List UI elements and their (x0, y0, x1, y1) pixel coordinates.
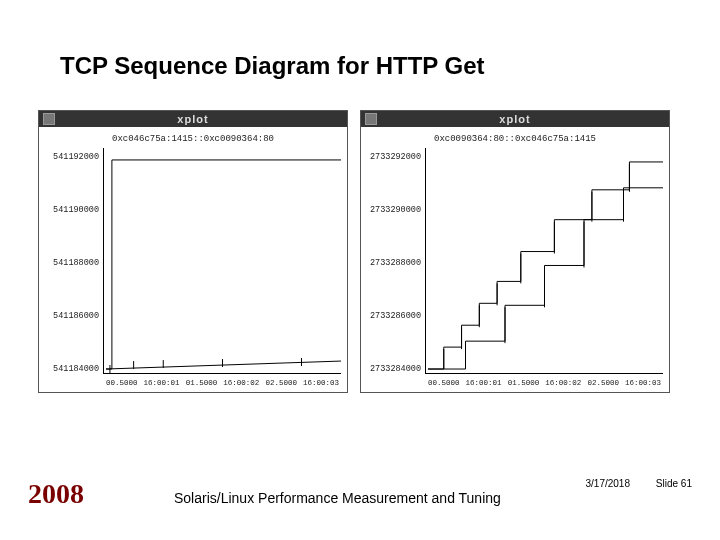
x-tick: 02.5000 (265, 379, 297, 387)
y-tick: 2733290000 (370, 205, 421, 215)
x-tick: 01.5000 (508, 379, 540, 387)
y-tick: 2733284000 (370, 364, 421, 374)
app-name: xplot (499, 113, 530, 125)
footer-date: 3/17/2018 (586, 478, 631, 489)
system-menu-icon[interactable] (365, 113, 377, 125)
page-title: TCP Sequence Diagram for HTTP Get (60, 52, 485, 80)
x-tick: 16:00:01 (144, 379, 180, 387)
plot-canvas-left: 00.5000 16:00:01 01.5000 16:00:02 02.500… (103, 148, 341, 374)
footer-year: 2008 (28, 478, 84, 510)
x-tick: 02.5000 (587, 379, 619, 387)
x-tick: 01.5000 (186, 379, 218, 387)
plot-canvas-right: 00.5000 16:00:01 01.5000 16:00:02 02.500… (425, 148, 663, 374)
titlebar-right: xplot (361, 111, 669, 127)
sequence-plot-right (426, 148, 663, 373)
sequence-plot-left (104, 148, 341, 373)
y-tick: 541186000 (53, 311, 99, 321)
plot-body-right: 0xc0090364:80::0xc046c75a:1415 273329200… (361, 127, 669, 392)
x-tick: 16:00:02 (223, 379, 259, 387)
plot-window-left: xplot 0xc046c75a:1415::0xc0090364:80 541… (38, 110, 348, 393)
app-name: xplot (177, 113, 208, 125)
y-tick: 2733288000 (370, 258, 421, 268)
footer: 2008 Solaris/Linux Performance Measureme… (0, 478, 720, 510)
titlebar-left: xplot (39, 111, 347, 127)
y-tick: 541184000 (53, 364, 99, 374)
y-tick: 541188000 (53, 258, 99, 268)
x-axis-right: 00.5000 16:00:01 01.5000 16:00:02 02.500… (426, 377, 663, 387)
footer-subtitle: Solaris/Linux Performance Measurement an… (174, 490, 501, 506)
y-axis-right: 2733292000 2733290000 2733288000 2733286… (367, 148, 425, 388)
x-tick: 16:00:03 (625, 379, 661, 387)
chart-right: 2733292000 2733290000 2733288000 2733286… (367, 148, 663, 388)
chart-left: 541192000 541190000 541188000 541186000 … (45, 148, 341, 388)
x-tick: 00.5000 (428, 379, 460, 387)
x-axis-left: 00.5000 16:00:01 01.5000 16:00:02 02.500… (104, 377, 341, 387)
plot-window-right: xplot 0xc0090364:80::0xc046c75a:1415 273… (360, 110, 670, 393)
x-tick: 16:00:03 (303, 379, 339, 387)
plot-body-left: 0xc046c75a:1415::0xc0090364:80 541192000… (39, 127, 347, 392)
x-tick: 00.5000 (106, 379, 138, 387)
y-tick: 541190000 (53, 205, 99, 215)
plots-row: xplot 0xc046c75a:1415::0xc0090364:80 541… (38, 110, 670, 393)
y-axis-left: 541192000 541190000 541188000 541186000 … (45, 148, 103, 388)
y-tick: 2733292000 (370, 152, 421, 162)
system-menu-icon[interactable] (43, 113, 55, 125)
y-tick: 541192000 (53, 152, 99, 162)
y-tick: 2733286000 (370, 311, 421, 321)
connection-label-left: 0xc046c75a:1415::0xc0090364:80 (45, 131, 341, 148)
connection-label-right: 0xc0090364:80::0xc046c75a:1415 (367, 131, 663, 148)
x-tick: 16:00:01 (466, 379, 502, 387)
footer-slide-number: Slide 61 (656, 478, 692, 489)
x-tick: 16:00:02 (545, 379, 581, 387)
